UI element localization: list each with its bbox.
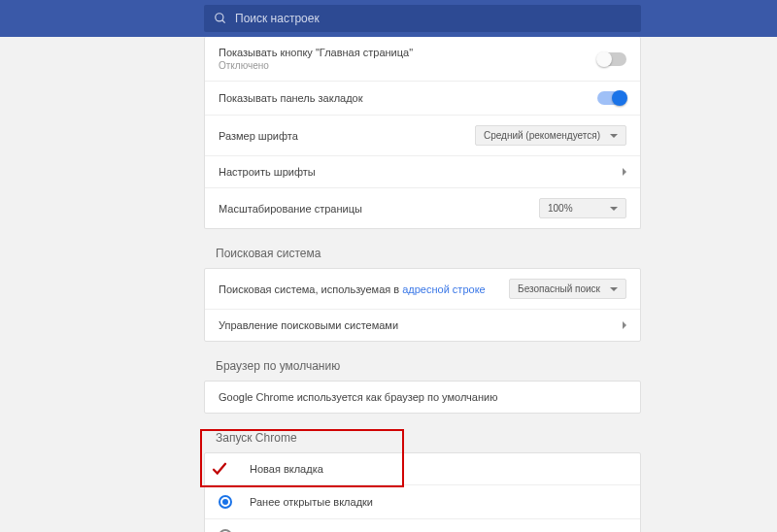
svg-point-0 [216, 14, 223, 21]
startup-option-specific[interactable]: Заданные страницы [205, 518, 640, 532]
chevron-right-icon [623, 168, 626, 176]
search-engine-title: Поисковая система [216, 247, 641, 260]
font-size-row: Размер шрифта Средний (рекомендуется) [205, 115, 640, 155]
font-size-value: Средний (рекомендуется) [484, 130, 600, 141]
search-input[interactable] [235, 12, 631, 25]
default-browser-row: Google Chrome используется как браузер п… [205, 382, 640, 413]
radio-icon [219, 495, 232, 509]
appearance-card: Показывать кнопку "Главная страница" Отк… [204, 37, 641, 229]
search-engine-value: Безопасный поиск [518, 283, 600, 294]
customize-fonts-row[interactable]: Настроить шрифты [205, 155, 640, 187]
chevron-down-icon [610, 207, 618, 211]
startup-card: Новая вкладка Ранее открытые вкладки Зад… [204, 452, 641, 532]
font-size-label: Размер шрифта [219, 130, 298, 142]
startup-option-continue[interactable]: Ранее открытые вкладки [205, 484, 640, 518]
search-engine-label: Поисковая система, используемая в адресн… [219, 283, 486, 295]
bookmarks-bar-row: Показывать панель закладок [205, 81, 640, 115]
chevron-down-icon [610, 134, 618, 138]
check-annotation-icon [211, 460, 228, 478]
address-bar-link[interactable]: адресной строке [402, 283, 486, 295]
manage-search-engines-row[interactable]: Управление поисковыми системами [205, 309, 640, 341]
default-browser-card: Google Chrome используется как браузер п… [204, 381, 641, 414]
search-engine-prefix: Поисковая система, используемая в [219, 283, 402, 295]
startup-option-label: Новая вкладка [250, 463, 323, 475]
search-engine-row: Поисковая система, используемая в адресн… [205, 269, 640, 309]
chevron-down-icon [610, 287, 618, 291]
page-zoom-select[interactable]: 100% [539, 198, 626, 218]
startup-option-new-tab[interactable]: Новая вкладка [205, 453, 640, 484]
page-zoom-value: 100% [548, 203, 573, 214]
svg-line-1 [222, 20, 225, 23]
page-zoom-row: Масштабирование страницы 100% [205, 187, 640, 228]
page-zoom-label: Масштабирование страницы [219, 203, 362, 215]
search-engine-card: Поисковая система, используемая в адресн… [204, 268, 641, 342]
customize-fonts-label: Настроить шрифты [219, 166, 316, 178]
chevron-right-icon [623, 321, 626, 329]
home-button-row: Показывать кнопку "Главная страница" Отк… [205, 37, 640, 81]
home-button-label: Показывать кнопку "Главная страница" [219, 47, 413, 58]
manage-search-engines-label: Управление поисковыми системами [219, 319, 398, 331]
settings-search[interactable] [204, 5, 641, 32]
startup-title: Запуск Chrome [216, 431, 641, 445]
settings-content: Показывать кнопку "Главная страница" Отк… [204, 37, 641, 532]
font-size-select[interactable]: Средний (рекомендуется) [475, 125, 626, 146]
default-browser-title: Браузер по умолчанию [216, 359, 641, 373]
search-engine-select[interactable]: Безопасный поиск [509, 279, 626, 299]
home-button-status: Отключено [219, 60, 413, 71]
bookmarks-bar-toggle[interactable] [597, 91, 626, 105]
bookmarks-bar-label: Показывать панель закладок [219, 92, 363, 104]
search-icon [214, 12, 227, 25]
top-bar [0, 0, 777, 37]
startup-option-label: Ранее открытые вкладки [250, 496, 373, 508]
home-button-toggle[interactable] [597, 52, 626, 66]
default-browser-text: Google Chrome используется как браузер п… [219, 391, 497, 403]
